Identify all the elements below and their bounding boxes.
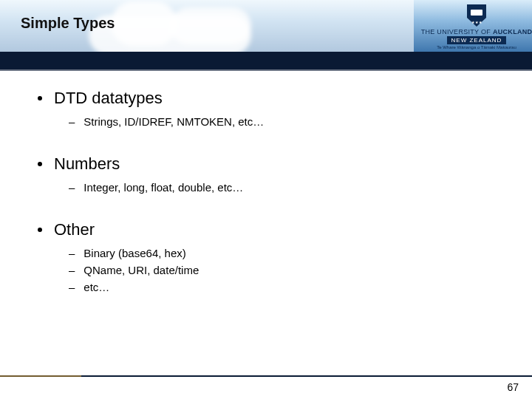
bullet-icon <box>38 162 42 166</box>
dash-icon: – <box>69 264 75 276</box>
sub-list: – Binary (base64, hex) – QName, URI, dat… <box>33 247 499 293</box>
sub-label: Binary (base64, hex) <box>83 247 185 259</box>
logo-maori: Te Whare Wānanga o Tāmaki Makaurau <box>437 45 516 50</box>
list-item: Numbers – Integer, long, float, double, … <box>33 154 499 194</box>
slide-title: Simple Types <box>21 15 115 32</box>
sub-list: – Integer, long, float, double, etc… <box>33 181 499 194</box>
sub-item: – etc… <box>69 281 499 293</box>
sub-label: etc… <box>83 281 109 293</box>
crest-icon: ★ ★ ★ <box>467 4 486 27</box>
logo-line1: THE UNIVERSITY OF AUCKLAND <box>421 28 532 35</box>
bullet-label: Numbers <box>54 154 120 174</box>
page-number: 67 <box>507 381 519 393</box>
dash-icon: – <box>69 281 75 293</box>
footer-accent <box>0 375 81 377</box>
sub-item: – Strings, ID/IDREF, NMTOKEN, etc… <box>69 115 499 128</box>
sub-list: – Strings, ID/IDREF, NMTOKEN, etc… <box>33 115 499 128</box>
sub-item: – QName, URI, date/time <box>69 264 499 276</box>
sub-label: Strings, ID/IDREF, NMTOKEN, etc… <box>83 115 264 128</box>
sub-item: – Binary (base64, hex) <box>69 247 499 259</box>
dash-icon: – <box>69 115 75 128</box>
bullet-label: DTD datatypes <box>54 89 163 108</box>
sub-item: – Integer, long, float, double, etc… <box>69 181 499 194</box>
sub-label: Integer, long, float, double, etc… <box>83 181 243 194</box>
content-area: DTD datatypes – Strings, ID/IDREF, NMTOK… <box>33 89 499 320</box>
list-item: DTD datatypes – Strings, ID/IDREF, NMTOK… <box>33 89 499 128</box>
bullet-icon <box>38 96 42 100</box>
dash-icon: – <box>69 247 75 259</box>
bullet-label: Other <box>54 220 95 239</box>
sub-label: QName, URI, date/time <box>83 264 199 276</box>
logo-line-nz: NEW ZEALAND <box>447 36 507 44</box>
list-item: Other – Binary (base64, hex) – QName, UR… <box>33 220 499 293</box>
bullet-icon <box>38 228 42 232</box>
university-logo: ★ ★ ★ THE UNIVERSITY OF AUCKLAND NEW ZEA… <box>429 4 525 50</box>
bullet-list: DTD datatypes – Strings, ID/IDREF, NMTOK… <box>33 89 499 293</box>
header-bar <box>0 52 532 71</box>
header-sky: Simple Types ★ ★ ★ THE UNIVERSITY OF AUC… <box>0 0 532 52</box>
slide: Simple Types ★ ★ ★ THE UNIVERSITY OF AUC… <box>0 0 532 399</box>
dash-icon: – <box>69 181 75 194</box>
